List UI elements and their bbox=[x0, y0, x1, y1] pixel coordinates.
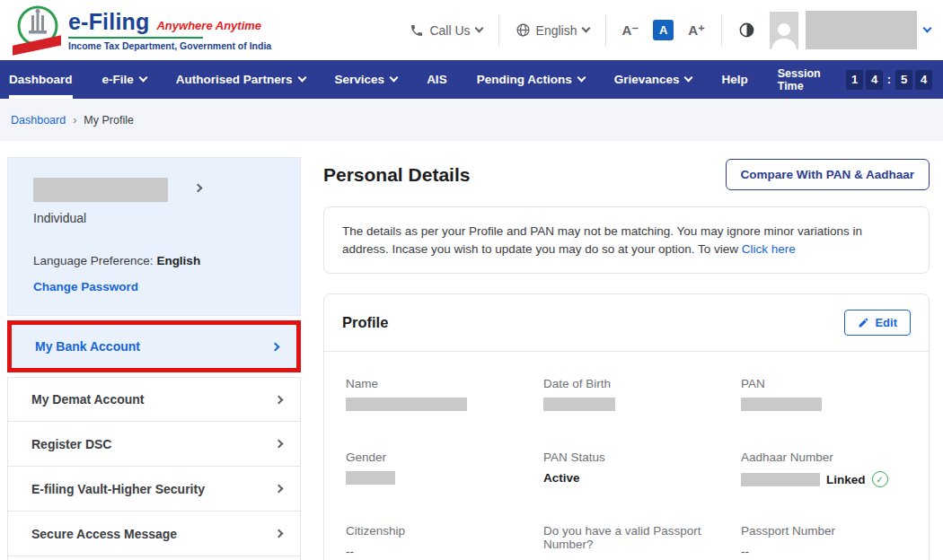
check-circle-icon: ✓ bbox=[872, 471, 888, 487]
phone-icon bbox=[410, 23, 424, 38]
chevron-right-icon bbox=[271, 342, 280, 351]
chevron-right-icon bbox=[275, 485, 284, 494]
breadcrumb-dashboard-link[interactable]: Dashboard bbox=[11, 114, 66, 127]
change-password-link[interactable]: Change Password bbox=[33, 280, 278, 293]
session-digit: 4 bbox=[915, 70, 932, 90]
session-timer: Session Time 1 4 : 5 4 bbox=[778, 60, 932, 99]
redacted-aadhaar-value bbox=[741, 473, 820, 486]
chevron-down-icon bbox=[581, 24, 590, 33]
profile-summary-card: Individual Language Preference: English … bbox=[7, 157, 301, 316]
nav-dashboard[interactable]: Dashboard bbox=[9, 60, 73, 99]
redacted-dob-value bbox=[543, 398, 615, 411]
session-digit: 5 bbox=[895, 70, 912, 90]
field-date-of-birth: Date of Birth bbox=[543, 377, 741, 415]
chevron-right-icon bbox=[275, 395, 284, 404]
redacted-profile-name bbox=[33, 178, 168, 202]
normal-font-button[interactable]: A bbox=[653, 20, 674, 40]
pan-mismatch-notice: The details as per your Profile and PAN … bbox=[323, 206, 930, 274]
profile-card: Profile Edit Name Date of Birth bbox=[323, 293, 930, 560]
edit-profile-button[interactable]: Edit bbox=[844, 310, 911, 336]
language-label: English bbox=[536, 23, 577, 38]
field-aadhaar-number: Aadhaar Number Linked ✓ bbox=[741, 451, 907, 488]
chevron-down-icon bbox=[390, 74, 399, 83]
breadcrumb-current: My Profile bbox=[84, 114, 134, 127]
field-pan: PAN bbox=[741, 377, 907, 415]
redacted-pan-value bbox=[741, 398, 822, 411]
india-emblem-icon bbox=[13, 4, 61, 57]
language-preference: Language Preference: English bbox=[33, 254, 278, 267]
globe-icon bbox=[516, 22, 531, 38]
field-passport-number: Passport Number -- bbox=[741, 524, 907, 560]
redacted-name-value bbox=[346, 398, 467, 411]
session-time-label: Session Time bbox=[778, 67, 839, 92]
main-navbar: Dashboard e-File Authorised Partners Ser… bbox=[0, 60, 943, 99]
redacted-gender-value bbox=[346, 471, 395, 485]
page-title: Personal Details bbox=[323, 164, 470, 186]
field-pan-status: PAN Status Active bbox=[543, 451, 741, 488]
profile-sidebar: Individual Language Preference: English … bbox=[7, 157, 301, 560]
font-size-controls: A⁻ A A⁺ bbox=[622, 20, 706, 40]
language-preference-value: English bbox=[156, 254, 200, 267]
nav-services[interactable]: Services bbox=[335, 60, 398, 99]
pan-status-value: Active bbox=[543, 471, 741, 485]
session-colon: : bbox=[886, 70, 893, 90]
chevron-down-icon bbox=[923, 24, 932, 33]
chevron-right-icon bbox=[275, 529, 284, 538]
nav-ais[interactable]: AIS bbox=[427, 60, 447, 99]
sidebar-item-my-demat-account[interactable]: My Demat Account bbox=[7, 377, 301, 422]
citizenship-value: -- bbox=[346, 545, 543, 558]
user-avatar bbox=[770, 12, 798, 49]
breadcrumb-separator: › bbox=[73, 114, 76, 127]
nav-authorised-partners[interactable]: Authorised Partners bbox=[176, 60, 305, 99]
breadcrumb: Dashboard › My Profile bbox=[0, 99, 943, 141]
contrast-toggle-icon[interactable] bbox=[738, 22, 755, 39]
redacted-user-name bbox=[806, 11, 917, 49]
sidebar-item-static-password[interactable]: Static Password bbox=[7, 556, 301, 560]
click-here-link[interactable]: Click here bbox=[742, 242, 796, 256]
sidebar-item-secure-access-message[interactable]: Secure Access Message bbox=[7, 512, 301, 556]
nav-grievances[interactable]: Grievances bbox=[614, 60, 692, 99]
nav-efile[interactable]: e-File bbox=[102, 60, 146, 99]
user-type-label: Individual bbox=[33, 211, 278, 225]
call-us-label: Call Us bbox=[429, 23, 470, 38]
brand-tagline: Anywhere Anytime bbox=[156, 19, 261, 32]
field-citizenship: Citizenship -- bbox=[346, 524, 543, 560]
field-name: Name bbox=[346, 377, 543, 415]
decrease-font-button[interactable]: A⁻ bbox=[622, 22, 639, 39]
session-digit: 4 bbox=[866, 70, 883, 90]
chevron-down-icon bbox=[297, 74, 306, 83]
chevron-down-icon bbox=[684, 74, 693, 83]
nav-pending-actions[interactable]: Pending Actions bbox=[477, 60, 585, 99]
field-gender: Gender bbox=[346, 451, 543, 488]
passport-number-value: -- bbox=[741, 545, 907, 558]
header-separator bbox=[605, 15, 606, 46]
chevron-down-icon bbox=[138, 74, 147, 83]
chevron-right-icon[interactable] bbox=[194, 184, 203, 193]
call-us-menu[interactable]: Call Us bbox=[410, 23, 481, 38]
nav-help[interactable]: Help bbox=[721, 60, 747, 99]
brand-subtitle: Income Tax Department, Government of Ind… bbox=[68, 40, 271, 51]
pencil-icon bbox=[858, 317, 869, 328]
chevron-down-icon bbox=[474, 24, 483, 33]
logo-divider bbox=[68, 37, 203, 39]
user-account-menu[interactable] bbox=[770, 11, 930, 49]
field-valid-passport: Do you have a valid Passport Number? No bbox=[543, 524, 741, 560]
sidebar-item-register-dsc[interactable]: Register DSC bbox=[7, 422, 301, 467]
increase-font-button[interactable]: A⁺ bbox=[688, 22, 705, 39]
content-area: Individual Language Preference: English … bbox=[0, 141, 943, 560]
header-separator bbox=[721, 15, 722, 46]
sidebar-item-my-bank-account[interactable]: My Bank Account bbox=[12, 325, 296, 368]
logo-text: e-Filing Anywhere Anytime Income Tax Dep… bbox=[68, 9, 271, 51]
header-separator bbox=[498, 15, 499, 46]
aadhaar-linked-label: Linked bbox=[826, 473, 866, 486]
sidebar-item-efiling-vault[interactable]: E-filing Vault-Higher Security bbox=[7, 467, 301, 512]
top-header: e-Filing Anywhere Anytime Income Tax Dep… bbox=[0, 0, 943, 60]
main-panel: Personal Details Compare With PAN & Aadh… bbox=[323, 141, 930, 560]
compare-pan-aadhaar-button[interactable]: Compare With PAN & Aadhaar bbox=[726, 159, 930, 190]
language-menu[interactable]: English bbox=[516, 22, 589, 38]
session-time-digits: 1 4 : 5 4 bbox=[846, 70, 932, 90]
annotation-highlight-box: My Bank Account bbox=[7, 320, 301, 372]
profile-card-title: Profile bbox=[342, 314, 388, 331]
chevron-down-icon bbox=[577, 74, 586, 83]
session-digit: 1 bbox=[846, 70, 863, 90]
